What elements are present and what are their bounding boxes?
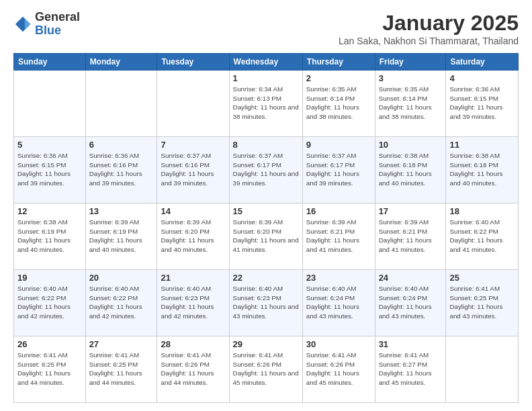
day-number: 30 (306, 339, 371, 349)
day-info: Sunrise: 6:40 AMSunset: 6:23 PMDaylight:… (161, 284, 225, 321)
day-number: 10 (379, 140, 443, 150)
day-number: 14 (161, 206, 225, 216)
svg-marker-1 (25, 18, 30, 30)
logo-icon (13, 15, 32, 34)
calendar-cell: 23Sunrise: 6:40 AMSunset: 6:24 PMDayligh… (302, 270, 375, 336)
day-info: Sunrise: 6:36 AMSunset: 6:15 PMDaylight:… (17, 151, 82, 188)
day-info: Sunrise: 6:37 AMSunset: 6:17 PMDaylight:… (306, 151, 371, 188)
calendar-cell: 1Sunrise: 6:34 AMSunset: 6:13 PMDaylight… (229, 71, 302, 137)
day-number: 27 (89, 339, 154, 349)
day-info: Sunrise: 6:40 AMSunset: 6:23 PMDaylight:… (233, 284, 299, 321)
day-info: Sunrise: 6:41 AMSunset: 6:25 PMDaylight:… (89, 351, 154, 387)
day-info: Sunrise: 6:38 AMSunset: 6:18 PMDaylight:… (449, 151, 515, 188)
day-number: 17 (379, 206, 443, 216)
weekday-header-saturday: Saturday (446, 54, 519, 71)
calendar-cell: 16Sunrise: 6:39 AMSunset: 6:21 PMDayligh… (302, 203, 375, 270)
calendar-cell: 27Sunrise: 6:41 AMSunset: 6:25 PMDayligh… (85, 336, 157, 403)
header: General Blue January 2025 Lan Saka, Nakh… (13, 11, 519, 46)
day-info: Sunrise: 6:41 AMSunset: 6:26 PMDaylight:… (233, 351, 299, 387)
calendar-cell: 22Sunrise: 6:40 AMSunset: 6:23 PMDayligh… (229, 270, 302, 336)
day-info: Sunrise: 6:35 AMSunset: 6:14 PMDaylight:… (379, 85, 443, 122)
calendar-week-row: 26Sunrise: 6:41 AMSunset: 6:25 PMDayligh… (14, 336, 519, 403)
day-info: Sunrise: 6:39 AMSunset: 6:20 PMDaylight:… (233, 218, 299, 255)
logo: General Blue (13, 11, 80, 38)
calendar-week-row: 5Sunrise: 6:36 AMSunset: 6:15 PMDaylight… (14, 137, 519, 203)
day-number: 15 (233, 206, 299, 216)
calendar-week-row: 1Sunrise: 6:34 AMSunset: 6:13 PMDaylight… (14, 71, 519, 137)
day-number: 20 (89, 273, 154, 283)
calendar-cell: 11Sunrise: 6:38 AMSunset: 6:18 PMDayligh… (446, 137, 519, 203)
logo-text: General Blue (35, 11, 80, 38)
day-info: Sunrise: 6:39 AMSunset: 6:21 PMDaylight:… (379, 218, 443, 255)
day-info: Sunrise: 6:40 AMSunset: 6:22 PMDaylight:… (17, 284, 82, 321)
weekday-header-sunday: Sunday (14, 54, 86, 71)
day-info: Sunrise: 6:37 AMSunset: 6:17 PMDaylight:… (233, 151, 299, 188)
calendar-cell: 18Sunrise: 6:40 AMSunset: 6:22 PMDayligh… (446, 203, 519, 270)
day-info: Sunrise: 6:38 AMSunset: 6:18 PMDaylight:… (379, 151, 443, 188)
day-number: 28 (161, 339, 225, 349)
day-number: 22 (233, 273, 299, 283)
calendar-cell: 14Sunrise: 6:39 AMSunset: 6:20 PMDayligh… (157, 203, 229, 270)
day-number: 5 (17, 140, 82, 150)
day-info: Sunrise: 6:34 AMSunset: 6:13 PMDaylight:… (233, 85, 299, 122)
location-subtitle: Lan Saka, Nakhon Si Thammarat, Thailand (339, 36, 519, 46)
calendar-cell: 3Sunrise: 6:35 AMSunset: 6:14 PMDaylight… (375, 71, 446, 137)
calendar-cell: 24Sunrise: 6:40 AMSunset: 6:24 PMDayligh… (375, 270, 446, 336)
calendar-cell (85, 71, 157, 137)
weekday-header-thursday: Thursday (302, 54, 375, 71)
day-info: Sunrise: 6:41 AMSunset: 6:25 PMDaylight:… (449, 284, 515, 321)
weekday-header-monday: Monday (85, 54, 157, 71)
calendar-cell: 25Sunrise: 6:41 AMSunset: 6:25 PMDayligh… (446, 270, 519, 336)
day-number: 29 (233, 339, 299, 349)
calendar-cell: 30Sunrise: 6:41 AMSunset: 6:26 PMDayligh… (302, 336, 375, 403)
logo-blue: Blue (35, 24, 80, 38)
day-info: Sunrise: 6:40 AMSunset: 6:24 PMDaylight:… (306, 284, 371, 321)
calendar-cell: 9Sunrise: 6:37 AMSunset: 6:17 PMDaylight… (302, 137, 375, 203)
day-info: Sunrise: 6:41 AMSunset: 6:26 PMDaylight:… (161, 351, 225, 387)
day-number: 31 (379, 339, 443, 349)
day-number: 25 (449, 273, 515, 283)
calendar-cell: 15Sunrise: 6:39 AMSunset: 6:20 PMDayligh… (229, 203, 302, 270)
day-info: Sunrise: 6:36 AMSunset: 6:15 PMDaylight:… (449, 85, 515, 122)
day-info: Sunrise: 6:41 AMSunset: 6:26 PMDaylight:… (306, 351, 371, 387)
calendar-cell: 21Sunrise: 6:40 AMSunset: 6:23 PMDayligh… (157, 270, 229, 336)
day-info: Sunrise: 6:36 AMSunset: 6:16 PMDaylight:… (89, 151, 154, 188)
calendar-cell: 7Sunrise: 6:37 AMSunset: 6:16 PMDaylight… (157, 137, 229, 203)
calendar-cell (446, 336, 519, 403)
calendar-cell: 2Sunrise: 6:35 AMSunset: 6:14 PMDaylight… (302, 71, 375, 137)
day-number: 12 (17, 206, 82, 216)
day-info: Sunrise: 6:40 AMSunset: 6:24 PMDaylight:… (379, 284, 443, 321)
calendar-cell: 13Sunrise: 6:39 AMSunset: 6:19 PMDayligh… (85, 203, 157, 270)
day-number: 7 (161, 140, 225, 150)
calendar-cell: 4Sunrise: 6:36 AMSunset: 6:15 PMDaylight… (446, 71, 519, 137)
logo-general: General (35, 11, 80, 24)
weekday-header-wednesday: Wednesday (229, 54, 302, 71)
day-number: 9 (306, 140, 371, 150)
calendar-cell: 26Sunrise: 6:41 AMSunset: 6:25 PMDayligh… (14, 336, 86, 403)
title-section: January 2025 Lan Saka, Nakhon Si Thammar… (339, 11, 519, 46)
calendar-cell: 20Sunrise: 6:40 AMSunset: 6:22 PMDayligh… (85, 270, 157, 336)
day-number: 11 (449, 140, 515, 150)
calendar-body: 1Sunrise: 6:34 AMSunset: 6:13 PMDaylight… (14, 71, 519, 403)
weekday-header-tuesday: Tuesday (157, 54, 229, 71)
calendar-cell: 10Sunrise: 6:38 AMSunset: 6:18 PMDayligh… (375, 137, 446, 203)
day-number: 19 (17, 273, 82, 283)
day-info: Sunrise: 6:38 AMSunset: 6:19 PMDaylight:… (17, 218, 82, 255)
calendar-table: SundayMondayTuesdayWednesdayThursdayFrid… (13, 53, 519, 403)
day-number: 16 (306, 206, 371, 216)
day-info: Sunrise: 6:39 AMSunset: 6:19 PMDaylight:… (89, 218, 154, 255)
weekday-header-friday: Friday (375, 54, 446, 71)
calendar-header: SundayMondayTuesdayWednesdayThursdayFrid… (14, 54, 519, 71)
day-info: Sunrise: 6:39 AMSunset: 6:21 PMDaylight:… (306, 218, 371, 255)
calendar-cell: 5Sunrise: 6:36 AMSunset: 6:15 PMDaylight… (14, 137, 86, 203)
day-number: 6 (89, 140, 154, 150)
weekday-row: SundayMondayTuesdayWednesdayThursdayFrid… (14, 54, 519, 71)
calendar-cell: 8Sunrise: 6:37 AMSunset: 6:17 PMDaylight… (229, 137, 302, 203)
calendar-cell (14, 71, 86, 137)
calendar-cell: 12Sunrise: 6:38 AMSunset: 6:19 PMDayligh… (14, 203, 86, 270)
calendar-cell: 17Sunrise: 6:39 AMSunset: 6:21 PMDayligh… (375, 203, 446, 270)
day-info: Sunrise: 6:41 AMSunset: 6:25 PMDaylight:… (17, 351, 82, 387)
calendar-cell: 6Sunrise: 6:36 AMSunset: 6:16 PMDaylight… (85, 137, 157, 203)
day-info: Sunrise: 6:41 AMSunset: 6:27 PMDaylight:… (379, 351, 443, 387)
day-info: Sunrise: 6:37 AMSunset: 6:16 PMDaylight:… (161, 151, 225, 188)
